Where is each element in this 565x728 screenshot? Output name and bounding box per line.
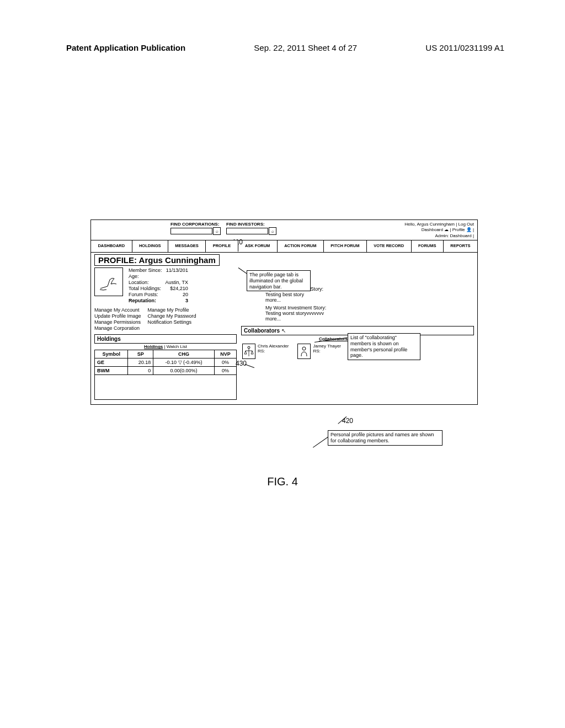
worst-story-title: My Worst Investment Story: (265, 305, 474, 311)
table-row: BWM 0 0.00(0.00%) 0% (95, 367, 237, 375)
col-chg: CHG (153, 350, 215, 358)
avatar (297, 344, 311, 359)
avatar (242, 344, 255, 359)
page-title: PROFILE: Argus Cunningham (94, 254, 220, 266)
collaborator-item[interactable]: Chris Alexander RS: (242, 344, 289, 359)
info-v: 20 (166, 292, 188, 297)
hand-tree-icon (98, 272, 120, 292)
col-nvp: NVP (214, 350, 236, 358)
search-inv-button[interactable]: ⌕ (269, 227, 276, 235)
search-corporations: FIND CORPORATIONS: ⌕ (170, 222, 221, 239)
manage-corporation-link[interactable]: Manage Corporation (94, 325, 141, 331)
table-header-row: Symbol SP CHG NVP (95, 350, 237, 358)
info-k: Forum Posts: (129, 292, 162, 297)
info-k: Location: (129, 280, 162, 285)
search-corp-input[interactable] (170, 228, 212, 234)
admin-dashboard-link[interactable]: Dashboard (450, 233, 472, 238)
info-k: Total Holdings: (129, 286, 162, 291)
manage-profile-link[interactable]: Manage My Profile (148, 307, 196, 313)
tab-holdings[interactable]: HOLDINGS (132, 240, 168, 252)
tab-vote-record[interactable]: VOTE RECORD (367, 240, 412, 252)
cell-symbol: GE (95, 358, 128, 367)
info-v: 3 (166, 298, 188, 303)
info-k: Member Since: (129, 267, 162, 273)
holdings-title: Holdings (94, 334, 237, 344)
pointer-icon: ↖ (281, 328, 286, 334)
topbar: FIND CORPORATIONS: ⌕ FIND INVESTORS: ⌕ H… (91, 220, 477, 240)
account-area: Hello, Argus Cunningham | Log Out Dashbo… (404, 222, 474, 239)
info-v (166, 274, 188, 279)
person-icon: 👤 (466, 227, 472, 233)
main-nav: DASHBOARD HOLDINGS MESSAGES PROFILE ASK … (91, 240, 477, 253)
holdings-subtabs: Holdings | Watch List (94, 344, 237, 350)
tab-action-forum[interactable]: ACTION FORUM (278, 240, 324, 252)
profile-link[interactable]: Profile (452, 228, 465, 233)
search-investors: FIND INVESTORS: ⌕ (226, 222, 276, 239)
collab-name: Jamey Thayer (313, 344, 341, 349)
cell-nvp: 0% (214, 367, 236, 375)
tab-pitch-forum[interactable]: PITCH FORUM (324, 240, 367, 252)
tab-ask-forum[interactable]: ASK FORUM (238, 240, 278, 252)
worst-story-more[interactable]: more... (265, 316, 474, 322)
info-k: Reputation: (129, 298, 162, 303)
info-v: $24,210 (166, 286, 188, 291)
col-symbol: Symbol (95, 350, 128, 358)
figure-caption: FIG. 4 (0, 475, 565, 488)
manage-links-left: Manage My Account Update Profile Image M… (94, 307, 141, 331)
notification-settings-link[interactable]: Notification Settings (148, 319, 196, 325)
cloud-icon: ☁ (444, 227, 449, 233)
dashboard-link[interactable]: Dashboard (422, 228, 443, 233)
svg-point-1 (302, 347, 306, 350)
avatar (94, 267, 123, 296)
search-corp-label: FIND CORPORATIONS: (170, 222, 221, 227)
callout-collab-list: List of "collaborating" members is shown… (348, 333, 420, 360)
info-v: Austin, TX (166, 280, 188, 285)
collab-rs: RS: (313, 349, 341, 354)
info-k: Age: (129, 274, 162, 279)
cell-chg: -0.10 ▽ (-0.49%) (153, 358, 215, 367)
best-story-text: Testing best story (265, 292, 474, 297)
info-v: 11/13/201 (166, 267, 188, 273)
person-icon (299, 345, 309, 357)
pub-center: Sep. 22, 2011 Sheet 4 of 27 (254, 43, 357, 52)
callout-profile-pics: Personal profile pictures and names are … (328, 430, 443, 446)
tab-forums[interactable]: FORUMS (412, 240, 444, 252)
pub-left: Patent Application Publication (66, 43, 185, 52)
cell-sp: 0 (128, 367, 153, 375)
collaborator-item[interactable]: Jamey Thayer RS: (297, 344, 341, 359)
search-inv-input[interactable] (226, 228, 268, 234)
search-corp-button[interactable]: ⌕ (213, 227, 221, 235)
tab-dashboard[interactable]: DASHBOARD (91, 240, 132, 252)
app-frame: FIND CORPORATIONS: ⌕ FIND INVESTORS: ⌕ H… (90, 220, 478, 405)
manage-permissions-link[interactable]: Manage Permissions (94, 319, 141, 325)
change-password-link[interactable]: Change My Password (148, 313, 196, 319)
search-icon: ⌕ (271, 229, 274, 234)
collab-rs: RS: (258, 349, 289, 354)
manage-account-link[interactable]: Manage My Account (94, 307, 141, 313)
admin-label: Admin: (435, 233, 449, 238)
tab-profile[interactable]: PROFILE (206, 240, 238, 252)
svg-point-0 (248, 346, 250, 349)
worst-story-text: Testing worst storyvvvvvvv (265, 311, 474, 316)
tab-reports[interactable]: REPORTS (444, 240, 477, 252)
best-story-more[interactable]: more... (265, 297, 474, 303)
col-sp: SP (128, 350, 153, 358)
collab-name: Chris Alexander (258, 344, 289, 349)
cell-symbol: BWM (95, 367, 128, 375)
subtab-holdings[interactable]: Holdings (144, 344, 163, 349)
subtab-watchlist[interactable]: Watch List (167, 344, 187, 349)
search-icon: ⌕ (216, 229, 218, 234)
greeting: Hello, Argus Cunningham (404, 222, 455, 227)
table-row (95, 375, 237, 400)
scales-icon (244, 345, 254, 357)
profile-info: Member Since:11/13/201 Age: Location:Aus… (129, 267, 188, 303)
callout-profile-tab: The profile page tab is illuminated on t… (247, 270, 311, 291)
update-image-link[interactable]: Update Profile Image (94, 313, 141, 319)
tab-messages[interactable]: MESSAGES (168, 240, 206, 252)
cell-chg: 0.00(0.00%) (153, 367, 215, 375)
logout-link[interactable]: Log Out (459, 222, 474, 227)
holdings-table: Symbol SP CHG NVP GE 20.18 -0.10 ▽ (-0.4… (94, 350, 237, 400)
worst-story: My Worst Investment Story: Testing worst… (265, 305, 474, 322)
search-inv-label: FIND INVESTORS: (226, 222, 276, 227)
table-row: GE 20.18 -0.10 ▽ (-0.49%) 0% (95, 358, 237, 367)
